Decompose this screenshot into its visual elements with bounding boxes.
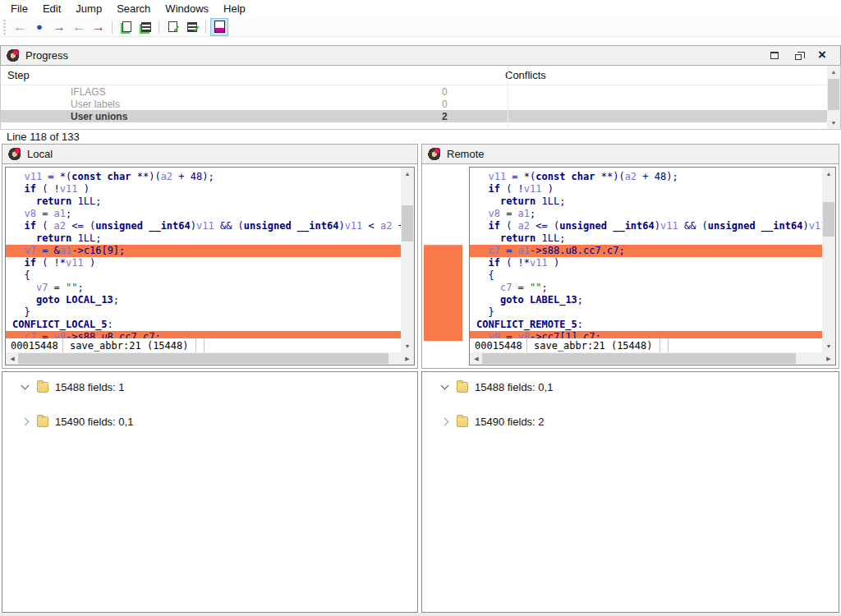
code-line[interactable]: return 1LL; — [470, 232, 822, 245]
toolbar-grip[interactable] — [2, 20, 7, 34]
window-buttons — [768, 49, 835, 62]
maximize-button[interactable] — [768, 49, 781, 62]
toolbar-button-merge-view[interactable] — [210, 18, 228, 36]
conflict-code-line[interactable]: c7 = v8->s88.u8.cc7.c7; — [6, 331, 401, 338]
toolbar-button-next-diff[interactable] — [90, 18, 108, 36]
tree-item[interactable]: 15490 fields: 0,1 — [2, 411, 417, 431]
toolbar-separator — [205, 21, 206, 34]
accept-document-icon — [168, 21, 177, 32]
menu-item-windows[interactable]: Windows — [158, 1, 216, 16]
menu-item-search[interactable]: Search — [109, 1, 158, 16]
progress-row[interactable]: User labels0 — [1, 98, 840, 110]
scroll-up-icon[interactable]: ▲ — [822, 168, 835, 180]
code-line[interactable]: v8 = a1; — [470, 208, 822, 220]
conflict-code-line[interactable]: v9 = v8->cc7[1].c7; — [470, 331, 822, 338]
code-line[interactable]: return 1LL; — [6, 232, 401, 245]
toolbar-button-stop[interactable] — [30, 18, 48, 36]
chevron-down-icon[interactable] — [441, 382, 449, 390]
local-hscrollbar[interactable]: ◀ ▶ — [6, 352, 414, 365]
scroll-up-icon[interactable]: ▲ — [827, 66, 840, 78]
tree-item-label: 15490 fields: 0,1 — [55, 416, 133, 428]
code-line[interactable]: if ( !*v11 ) — [6, 257, 401, 269]
toolbar-button-nav-back[interactable] — [11, 18, 29, 36]
scroll-left-icon[interactable]: ◀ — [6, 352, 19, 365]
conflicts-cell: 0 — [438, 99, 448, 110]
code-line[interactable]: CONFLICT_REMOTE_5: — [470, 319, 822, 331]
scrollbar-thumb[interactable] — [828, 79, 839, 110]
conflict-range-marker[interactable] — [424, 245, 462, 341]
menu-item-edit[interactable]: Edit — [35, 1, 68, 16]
table-scrollbar[interactable]: ▲ ▼ — [827, 66, 840, 129]
local-pane-body: v11 = *(const char **)(a2 + 48); if ( !v… — [2, 164, 418, 369]
column-header-step[interactable]: Step — [1, 69, 501, 81]
conflict-code-line[interactable]: c7 = a1->s88.u8.cc7.c7; — [470, 245, 822, 257]
remote-hscrollbar[interactable]: ◀ ▶ — [470, 352, 835, 365]
menu-item-jump[interactable]: Jump — [68, 1, 109, 16]
remote-titlebar[interactable]: Remote — [421, 144, 839, 164]
scrollbar-thumb[interactable] — [482, 353, 796, 364]
toolbar-button-jump-document[interactable] — [117, 18, 135, 36]
chevron-right-icon[interactable] — [21, 417, 30, 425]
code-line[interactable]: goto LABEL_13; — [470, 294, 822, 306]
code-line[interactable]: v11 = *(const char **)(a2 + 48); — [6, 171, 401, 183]
menu-bar: FileEditJumpSearchWindowsHelp — [0, 0, 841, 17]
code-line[interactable]: if ( !v11 ) — [6, 183, 401, 195]
code-line[interactable]: if ( !v11 ) — [470, 183, 822, 195]
chevron-right-icon[interactable] — [441, 417, 449, 425]
table-header: Step Conflicts — [1, 66, 840, 85]
progress-row[interactable]: IFLAGS0 — [1, 85, 840, 98]
tree-item[interactable]: 15488 fields: 1 — [2, 377, 417, 397]
scroll-right-icon[interactable]: ▶ — [822, 352, 835, 365]
scrollbar-thumb[interactable] — [823, 202, 834, 237]
tree-item[interactable]: 15488 fields: 0,1 — [422, 377, 839, 397]
toolbar-button-accept-list[interactable] — [183, 18, 201, 36]
code-line[interactable]: return 1LL; — [6, 195, 401, 208]
remote-vscrollbar[interactable]: ▲ ▼ — [822, 168, 835, 352]
code-line[interactable]: v7 = ""; — [6, 282, 401, 294]
menu-item-file[interactable]: File — [3, 1, 35, 16]
scroll-left-icon[interactable]: ◀ — [470, 352, 483, 365]
remote-code-box: v11 = *(const char **)(a2 + 48); if ( !v… — [469, 167, 836, 365]
toolbar-button-prev-diff[interactable] — [70, 18, 88, 36]
scroll-down-icon[interactable]: ▼ — [822, 340, 835, 352]
code-line[interactable]: return 1LL; — [470, 195, 822, 208]
scrollbar-thumb[interactable] — [402, 205, 413, 241]
scroll-right-icon[interactable]: ▶ — [401, 352, 414, 365]
code-line[interactable]: CONFLICT_LOCAL_5: — [6, 319, 401, 331]
status-pad — [196, 338, 205, 352]
progress-titlebar[interactable]: Progress — [0, 45, 841, 66]
code-line[interactable]: } — [6, 306, 401, 319]
tree-item[interactable]: 15490 fields: 2 — [422, 411, 839, 431]
remote-tree-pane: 15488 fields: 0,115490 fields: 2 — [421, 371, 839, 613]
toolbar-button-nav-forward[interactable] — [50, 18, 68, 36]
menu-item-help[interactable]: Help — [216, 1, 253, 16]
scroll-down-icon[interactable]: ▼ — [827, 117, 840, 129]
remote-code-area[interactable]: v11 = *(const char **)(a2 + 48); if ( !v… — [470, 168, 822, 338]
local-code-area[interactable]: v11 = *(const char **)(a2 + 48); if ( !v… — [6, 168, 401, 338]
toolbar-button-accept-document[interactable] — [163, 18, 182, 36]
progress-window: Progress Step Conflicts IFLAGS0User labe… — [0, 45, 841, 130]
code-line[interactable]: if ( a2 <= (unsigned __int64)v11 && (uns… — [470, 220, 822, 232]
scroll-up-icon[interactable]: ▲ — [401, 168, 414, 180]
close-button[interactable] — [816, 49, 829, 62]
code-line[interactable]: { — [470, 269, 822, 282]
scroll-down-icon[interactable]: ▼ — [401, 340, 414, 352]
code-line[interactable]: { — [6, 269, 401, 282]
local-titlebar[interactable]: Local — [2, 144, 418, 164]
code-line[interactable]: v11 = *(const char **)(a2 + 48); — [470, 171, 822, 183]
code-line[interactable]: v8 = a1; — [6, 208, 401, 220]
code-line[interactable]: if ( !*v11 ) — [470, 257, 822, 269]
code-line[interactable]: goto LOCAL_13; — [6, 294, 401, 306]
float-button[interactable] — [792, 49, 805, 62]
code-line[interactable]: if ( a2 <= (unsigned __int64)v11 && (uns… — [6, 220, 401, 232]
progress-table: Step Conflicts IFLAGS0User labels0User u… — [0, 66, 841, 130]
toolbar-button-jump-list[interactable] — [136, 18, 154, 36]
local-vscrollbar[interactable]: ▲ ▼ — [401, 168, 414, 352]
code-line[interactable]: } — [470, 306, 822, 319]
conflict-code-line[interactable]: v7 = &a1->c16[9]; — [6, 245, 401, 257]
remote-status-row: 00015448 save_abbr:21 (15448) — [470, 338, 822, 352]
chevron-down-icon[interactable] — [21, 382, 30, 390]
scrollbar-thumb[interactable] — [18, 353, 388, 364]
progress-row[interactable]: User unions2 — [1, 110, 840, 122]
code-line[interactable]: c7 = ""; — [470, 282, 822, 294]
